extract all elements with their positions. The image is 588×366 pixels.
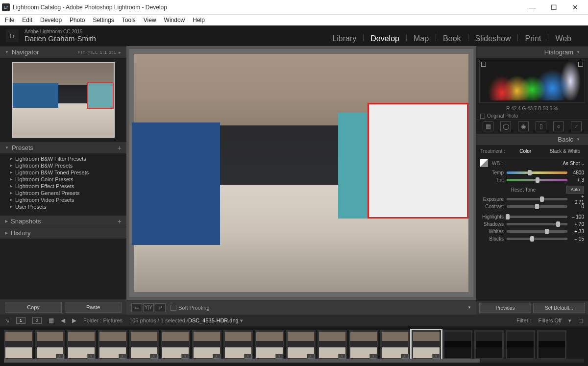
shadows-slider[interactable]: Shadows + 70 — [480, 220, 584, 228]
module-book[interactable]: Book — [436, 34, 467, 43]
filmstrip[interactable]: ± ± ± ± ± ± ± ± ± ± ± ± ± — [0, 326, 588, 363]
histogram[interactable] — [479, 60, 585, 103]
filmstrip-thumb[interactable]: ± — [98, 330, 127, 360]
set-default-button[interactable]: Set Default... — [533, 303, 585, 313]
swap-icon[interactable]: ⇄ — [155, 303, 166, 312]
module-library[interactable]: Library — [325, 34, 363, 43]
shadow-clip-icon[interactable] — [481, 62, 486, 67]
module-web[interactable]: Web — [548, 34, 578, 43]
basic-header[interactable]: Basic ▼ — [476, 133, 588, 145]
main-window-toggle[interactable]: 1 — [16, 317, 25, 324]
reset-tone-button[interactable]: Reset Tone — [480, 187, 566, 193]
preset-folder[interactable]: ▶Lightroom B&W Toned Presets — [3, 169, 123, 176]
module-slideshow[interactable]: Slideshow — [468, 34, 518, 43]
filmstrip-thumb[interactable] — [443, 330, 472, 360]
highlight-clip-icon[interactable] — [578, 62, 583, 67]
menu-view[interactable]: View — [140, 16, 160, 24]
filmstrip-thumb[interactable]: ± — [223, 330, 253, 360]
preset-folder[interactable]: ▶User Presets — [3, 203, 123, 210]
minimize-button[interactable]: — — [521, 0, 543, 14]
add-snapshot-icon[interactable]: + — [118, 218, 122, 225]
paste-button[interactable]: Paste — [65, 302, 122, 313]
gradient-tool-icon[interactable]: ▯ — [536, 122, 546, 131]
filmstrip-thumb[interactable]: ± — [380, 330, 410, 360]
menu-photo[interactable]: Photo — [66, 16, 89, 24]
filmstrip-thumb[interactable] — [474, 330, 504, 360]
treatment-bw[interactable]: Black & White — [546, 148, 584, 154]
filmstrip-thumb[interactable]: ± — [192, 330, 221, 360]
crop-tool-icon[interactable]: ▦ — [483, 122, 493, 131]
preset-folder[interactable]: ▶Lightroom General Presets — [3, 190, 123, 196]
filter-chevron-icon[interactable]: ▾ — [568, 317, 571, 324]
module-map[interactable]: Map — [407, 34, 436, 43]
before-after-icon[interactable]: Y|Y — [143, 303, 154, 312]
presets-header[interactable]: ▼ Presets + — [0, 142, 126, 153]
add-preset-icon[interactable]: + — [118, 144, 122, 152]
blacks-slider[interactable]: Blacks – 15 — [480, 235, 584, 243]
filmstrip-scrollbar[interactable] — [4, 359, 584, 363]
toolbar-collapse-icon[interactable]: ▼ — [467, 305, 471, 310]
second-window-icon[interactable]: ↘ — [5, 317, 9, 324]
brush-tool-icon[interactable]: ⟋ — [571, 122, 582, 131]
contrast-slider[interactable]: Contrast 0 — [480, 203, 584, 210]
wb-dropdown[interactable]: As Shot ⌵ — [563, 161, 584, 166]
folder-path[interactable]: Folder : Pictures — [83, 317, 122, 323]
grid-view-icon[interactable]: ▦ — [49, 317, 54, 324]
highlights-slider[interactable]: Highlights – 100 — [480, 213, 584, 220]
module-print[interactable]: Print — [518, 34, 548, 43]
menu-edit[interactable]: Edit — [18, 16, 36, 24]
nav-back-icon[interactable]: ◀ — [61, 317, 65, 324]
menu-tools[interactable]: Tools — [118, 16, 140, 24]
copy-button[interactable]: Copy — [5, 302, 62, 313]
wb-picker-icon[interactable] — [480, 159, 488, 167]
menu-develop[interactable]: Develop — [36, 16, 66, 24]
history-header[interactable]: ▶ History — [0, 227, 126, 239]
chevron-icon[interactable]: ▸ — [119, 50, 122, 55]
redeye-tool-icon[interactable]: ◉ — [518, 122, 529, 131]
filmstrip-thumb[interactable]: ± — [255, 330, 284, 360]
filmstrip-thumb[interactable] — [4, 330, 33, 360]
tint-slider[interactable]: Tint + 3 — [480, 176, 584, 184]
menu-help[interactable]: Help — [189, 16, 209, 24]
filmstrip-thumb[interactable]: ± — [67, 330, 96, 360]
navigator-header[interactable]: ▼ Navigator FIT FILL 1:1 3:1 ▸ — [0, 46, 126, 58]
preset-folder[interactable]: ▶Lightroom Effect Presets — [3, 183, 123, 190]
temp-slider[interactable]: Temp 4800 — [480, 169, 584, 176]
module-develop[interactable]: Develop — [364, 34, 406, 43]
menu-window[interactable]: Window — [160, 16, 189, 24]
soft-proof-toggle[interactable]: Soft Proofing — [171, 305, 210, 311]
preset-folder[interactable]: ▶Lightroom B&W Presets — [3, 162, 123, 169]
menu-file[interactable]: File — [1, 16, 18, 24]
radial-tool-icon[interactable]: ○ — [553, 122, 564, 131]
loupe-view-icon[interactable]: ▭ — [131, 303, 142, 312]
snapshots-header[interactable]: ▶ Snapshots + — [0, 215, 126, 227]
auto-tone-button[interactable]: Auto — [566, 186, 584, 194]
filter-dropdown[interactable]: Filters Off — [539, 317, 562, 323]
nav-forward-icon[interactable]: ▶ — [72, 317, 76, 324]
preset-folder[interactable]: ▶Lightroom Video Presets — [3, 196, 123, 203]
close-button[interactable]: ✕ — [564, 0, 586, 14]
filmstrip-thumb[interactable]: ± — [349, 330, 378, 360]
filmstrip-thumb[interactable]: ± — [35, 330, 65, 360]
second-window-toggle[interactable]: 2 — [32, 317, 42, 324]
preset-folder[interactable]: ▶Lightroom B&W Filter Presets — [3, 155, 123, 162]
filmstrip-thumb[interactable]: ± — [286, 330, 316, 360]
filter-lock-icon[interactable]: ▢ — [578, 317, 583, 324]
treatment-color[interactable]: Color — [515, 148, 535, 154]
original-photo-toggle[interactable]: Original Photo — [476, 112, 588, 120]
filmstrip-thumb[interactable] — [506, 330, 535, 360]
filmstrip-thumb[interactable]: ± — [129, 330, 159, 360]
whites-slider[interactable]: Whites + 33 — [480, 228, 584, 235]
navigator-zoom-modes[interactable]: FIT FILL 1:1 3:1 — [77, 50, 117, 55]
menu-settings[interactable]: Settings — [89, 16, 118, 24]
exposure-slider[interactable]: Exposure + 0.71 — [480, 195, 584, 203]
navigator-thumbnail[interactable] — [12, 62, 115, 138]
filmstrip-thumb-selected[interactable]: ± — [412, 330, 441, 360]
filmstrip-thumb[interactable]: ± — [161, 330, 190, 360]
histogram-header[interactable]: Histogram ▼ — [476, 46, 588, 58]
image-view[interactable] — [129, 49, 473, 297]
filmstrip-thumb[interactable]: ± — [318, 330, 347, 360]
filmstrip-thumb[interactable] — [537, 330, 566, 360]
maximize-button[interactable]: ☐ — [543, 0, 564, 14]
previous-button[interactable]: Previous — [479, 303, 531, 313]
